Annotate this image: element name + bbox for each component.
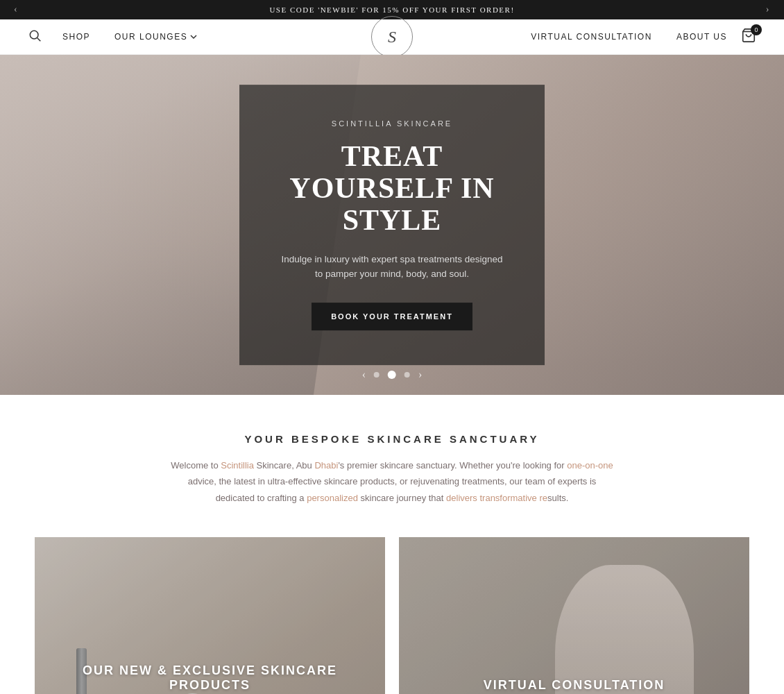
carousel-dot-1[interactable]: [388, 371, 396, 379]
carousel-dot-0[interactable]: [374, 372, 380, 378]
products-card-content: OUR NEW & EXCLUSIVE SKINCARE PRODUCTS El…: [35, 643, 385, 694]
announcement-text: USE CODE 'NEWBIE' FOR 15% OFF YOUR FIRST…: [269, 6, 514, 14]
carousel-next-arrow[interactable]: ›: [418, 369, 422, 381]
nav-item-lounges[interactable]: OUR LOUNGES: [114, 32, 197, 42]
nav-item-virtual-consultation[interactable]: VIRTUAL CONSULTATION: [531, 32, 652, 42]
nav-item-shop[interactable]: SHOP: [62, 32, 90, 42]
header-nav-right: VIRTUAL CONSULTATION ABOUT US: [531, 32, 727, 42]
header-nav-left: SHOP OUR LOUNGES: [62, 32, 197, 42]
consultation-card-title: VIRTUAL CONSULTATION: [420, 678, 728, 693]
consultation-card-content: VIRTUAL CONSULTATION In our private one-…: [399, 657, 749, 694]
cart-badge: 0: [751, 24, 762, 35]
hero-description: Indulge in luxury with expert spa treatm…: [281, 252, 503, 282]
logo-letter: S: [388, 28, 396, 46]
hero-title: TREAT YOURSELF IN STYLE: [281, 140, 503, 237]
hero-content-box: SCINTILLIA SKINCARE TREAT YOURSELF IN ST…: [239, 85, 545, 365]
products-card-title: OUR NEW & EXCLUSIVE SKINCARE PRODUCTS: [56, 663, 364, 693]
hero-section: SCINTILLIA SKINCARE TREAT YOURSELF IN ST…: [0, 55, 784, 395]
consultation-card[interactable]: VIRTUAL CONSULTATION In our private one-…: [399, 537, 749, 694]
bespoke-description: Welcome to Scintillia Skincare, Abu Dhab…: [170, 457, 614, 506]
bespoke-section: YOUR BESPOKE SKINCARE SANCTUARY Welcome …: [0, 395, 784, 537]
cards-section: OUR NEW & EXCLUSIVE SKINCARE PRODUCTS El…: [0, 537, 784, 694]
hero-subtitle: SCINTILLIA SKINCARE: [281, 119, 503, 128]
carousel-dot-2[interactable]: [404, 372, 410, 378]
header: SHOP OUR LOUNGES S VIRTUAL CONSULTATION …: [0, 19, 784, 55]
logo-circle[interactable]: S: [371, 16, 413, 58]
header-left: SHOP OUR LOUNGES: [28, 28, 197, 45]
svg-line-1: [37, 38, 41, 42]
announcement-prev-arrow[interactable]: ‹: [14, 4, 18, 15]
svg-point-0: [30, 31, 38, 39]
search-icon[interactable]: [28, 28, 42, 45]
carousel-controls: ‹ ›: [362, 369, 423, 381]
carousel-prev-arrow[interactable]: ‹: [362, 369, 366, 381]
nav-item-about-us[interactable]: ABOUT US: [676, 32, 727, 42]
chevron-down-icon: [190, 33, 197, 40]
logo[interactable]: S: [371, 16, 413, 58]
announcement-next-arrow[interactable]: ›: [766, 4, 770, 15]
cart-icon[interactable]: 0: [741, 28, 756, 46]
products-card[interactable]: OUR NEW & EXCLUSIVE SKINCARE PRODUCTS El…: [35, 537, 385, 694]
bespoke-title: YOUR BESPOKE SKINCARE SANCTUARY: [83, 433, 701, 445]
header-right: VIRTUAL CONSULTATION ABOUT US 0: [531, 28, 756, 46]
book-treatment-button[interactable]: BOOK YOUR TREATMENT: [312, 303, 472, 330]
